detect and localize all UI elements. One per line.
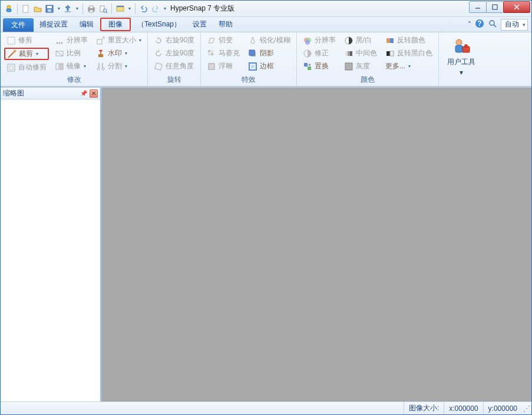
svg-rect-60 xyxy=(345,51,348,56)
ribbon: 修剪 裁剪▾ 自动修剪 分辨率 比例 镜像▾ 重置大小▾ 水印▾ 分割▾ 修改 … xyxy=(1,32,531,87)
ribbon-tab-row: 文件 捕捉设置 编辑 图像 （TextSnap） 设置 帮助 ˄ ? 自动 xyxy=(1,17,531,32)
emboss-label: 浮雕 xyxy=(219,61,233,71)
more-label: 更多... xyxy=(385,61,405,71)
midtone-button[interactable]: 中间色 xyxy=(342,48,379,59)
svg-rect-45 xyxy=(211,50,213,52)
resolution-button[interactable]: 分辨率 xyxy=(52,35,90,46)
rotate-left-button[interactable]: 左旋90度 xyxy=(151,48,197,59)
svg-rect-5 xyxy=(48,9,51,12)
svg-rect-9 xyxy=(90,10,93,12)
separator-icon xyxy=(17,4,18,14)
shear-button[interactable]: 切变 xyxy=(204,35,242,46)
help-icon[interactable]: ? xyxy=(475,19,484,30)
mirror-button[interactable]: 镜像▾ xyxy=(52,61,90,72)
rotate-left-label: 左旋90度 xyxy=(166,48,194,58)
minimize-button[interactable] xyxy=(469,1,487,13)
tab-file[interactable]: 文件 xyxy=(3,18,34,32)
more-color-button[interactable]: 更多...▾ xyxy=(383,61,435,72)
canvas-area[interactable] xyxy=(102,88,531,401)
color-replace-button[interactable]: 置换 xyxy=(300,61,338,72)
mosaic-label: 马赛克 xyxy=(219,48,240,58)
watermark-button[interactable]: 水印▾ xyxy=(94,48,144,59)
shadow-button[interactable]: 阴影 xyxy=(246,48,292,59)
svg-rect-2 xyxy=(23,5,28,12)
collapse-ribbon-icon[interactable]: ˄ xyxy=(468,21,471,29)
pin-icon[interactable]: 📌 xyxy=(80,89,88,98)
svg-point-21 xyxy=(490,21,494,25)
window-controls xyxy=(470,1,530,13)
resolution-icon xyxy=(55,36,64,45)
rotate-right-icon xyxy=(154,36,163,45)
qat-customize-dropdown-icon[interactable]: ▾ xyxy=(163,4,167,14)
svg-rect-52 xyxy=(251,65,255,68)
svg-rect-1 xyxy=(6,9,11,12)
ribbon-group-rotate: 右旋90度 左旋90度 任意角度 旋转 xyxy=(148,32,201,86)
upload-dropdown-icon[interactable]: ▾ xyxy=(75,4,79,14)
gray-button[interactable]: 灰度 xyxy=(342,61,379,72)
trim-icon xyxy=(6,36,16,45)
color-resolution-icon xyxy=(303,36,312,45)
auto-trim-button[interactable]: 自动修剪 xyxy=(4,62,49,73)
invert-bw-button[interactable]: 反转黑白色 xyxy=(383,48,435,59)
color-correction-button[interactable]: 修正 xyxy=(300,48,338,59)
capture-dropdown-icon[interactable]: ▾ xyxy=(127,4,131,14)
bw-button[interactable]: 黑/白 xyxy=(342,35,379,46)
svg-rect-26 xyxy=(8,64,15,71)
trim-button[interactable]: 修剪 xyxy=(4,35,49,46)
upload-icon[interactable] xyxy=(63,4,72,14)
tab-edit[interactable]: 编辑 xyxy=(74,17,100,32)
ribbon-group-color: 分辨率 修正 置换 黑/白 中间色 灰度 反转颜色 反转黑白色 更多...▾ 颜… xyxy=(297,32,439,86)
new-icon[interactable] xyxy=(21,4,31,14)
print-preview-icon[interactable] xyxy=(98,4,108,14)
border-button[interactable]: 边框 xyxy=(246,61,292,72)
color-resolution-button[interactable]: 分辨率 xyxy=(300,35,338,46)
invert-button[interactable]: 反转颜色 xyxy=(383,35,435,46)
rotate-right-label: 右旋90度 xyxy=(166,35,194,45)
maximize-button[interactable] xyxy=(486,1,504,13)
separator-icon xyxy=(135,4,136,14)
save-icon[interactable] xyxy=(45,4,54,14)
tab-textsnap[interactable]: （TextSnap） xyxy=(131,17,187,32)
rotate-any-button[interactable]: 任意角度 xyxy=(151,61,197,72)
open-icon[interactable] xyxy=(33,4,42,14)
zoom-label: 自动 xyxy=(505,19,519,29)
svg-point-41 xyxy=(97,68,100,70)
resize-grip-icon[interactable]: ⋰ xyxy=(522,404,531,413)
save-dropdown-icon[interactable]: ▾ xyxy=(57,4,61,14)
resize-button[interactable]: 重置大小▾ xyxy=(94,35,144,46)
mosaic-button[interactable]: 马赛克 xyxy=(204,48,242,59)
resolution-label: 分辨率 xyxy=(67,35,88,45)
close-button[interactable] xyxy=(503,1,530,13)
redo-icon[interactable] xyxy=(151,4,160,14)
svg-rect-58 xyxy=(308,67,311,70)
crop-label: 裁剪 xyxy=(19,49,33,59)
group-label-effects: 特效 xyxy=(204,74,292,85)
undo-icon[interactable] xyxy=(139,4,148,14)
color-correction-icon xyxy=(303,49,312,58)
svg-line-22 xyxy=(494,25,496,27)
sharpen-blur-button[interactable]: 锐化/模糊 xyxy=(246,35,292,46)
tab-help[interactable]: 帮助 xyxy=(213,17,239,32)
auto-trim-icon xyxy=(6,63,16,72)
rotate-any-icon xyxy=(154,62,163,71)
crop-button[interactable]: 裁剪▾ xyxy=(4,48,49,60)
search-icon[interactable] xyxy=(488,19,497,30)
thumbnails-title: 缩略图 xyxy=(3,88,24,98)
split-button[interactable]: 分割▾ xyxy=(94,61,144,72)
svg-rect-63 xyxy=(345,63,352,70)
svg-point-0 xyxy=(7,5,11,9)
svg-rect-43 xyxy=(155,62,162,69)
tab-settings[interactable]: 设置 xyxy=(187,17,213,32)
user-tools-button[interactable]: 用户工具 ▾ xyxy=(442,35,480,79)
ratio-button[interactable]: 比例 xyxy=(52,48,90,59)
print-icon[interactable] xyxy=(87,4,96,14)
tab-image[interactable]: 图像 xyxy=(100,18,131,31)
tab-capture-settings[interactable]: 捕捉设置 xyxy=(34,17,74,32)
zoom-dropdown[interactable]: 自动 xyxy=(501,19,528,31)
panel-close-button[interactable]: ✕ xyxy=(90,89,98,98)
rotate-right-button[interactable]: 右旋90度 xyxy=(151,35,197,46)
svg-rect-8 xyxy=(90,6,93,8)
svg-rect-16 xyxy=(493,5,497,9)
capture-icon[interactable] xyxy=(115,4,125,14)
emboss-button[interactable]: 浮雕 xyxy=(204,61,242,72)
